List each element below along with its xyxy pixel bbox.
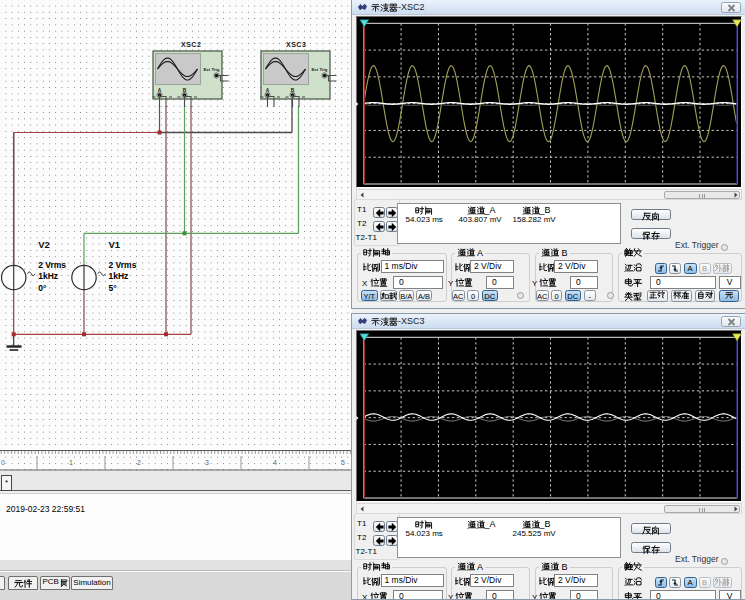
- svg-text:3: 3: [205, 459, 209, 466]
- svg-text:A: A: [158, 88, 162, 93]
- svg-text:1kHz: 1kHz: [38, 271, 58, 281]
- svg-text:V2: V2: [38, 239, 50, 250]
- svg-text:1: 1: [69, 459, 73, 466]
- svg-text:0: 0: [1, 459, 5, 466]
- svg-text:Ext Trig: Ext Trig: [312, 67, 328, 72]
- svg-text:XSC2: XSC2: [181, 41, 201, 48]
- svg-text:5: 5: [341, 459, 345, 466]
- svg-text:2 Vrms: 2 Vrms: [38, 260, 66, 270]
- svg-text:XSC3: XSC3: [286, 41, 306, 48]
- svg-text:1kHz: 1kHz: [109, 271, 129, 281]
- svg-text:Ext Trig: Ext Trig: [204, 67, 220, 72]
- svg-text:B: B: [291, 88, 295, 93]
- svg-text:B: B: [183, 88, 187, 93]
- svg-text:2: 2: [137, 459, 141, 466]
- svg-text:5°: 5°: [109, 283, 118, 293]
- svg-text:0°: 0°: [38, 283, 47, 293]
- svg-text:V1: V1: [109, 239, 121, 250]
- svg-text:2 Vrms: 2 Vrms: [109, 260, 137, 270]
- svg-text:A: A: [266, 88, 270, 93]
- svg-text:4: 4: [273, 459, 277, 466]
